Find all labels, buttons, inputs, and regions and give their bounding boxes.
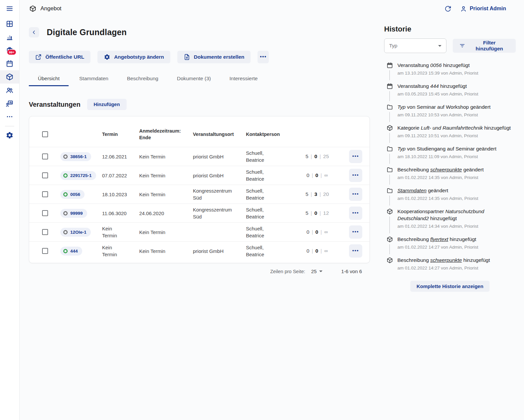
history-entry-meta: am 01.02.2022 14:27 von Admin, Priorist <box>397 245 516 250</box>
more-dots-icon: ••• <box>352 153 359 158</box>
event-id-badge[interactable]: 0056 <box>60 190 85 199</box>
cell-kontaktperson: Schuell, Beatrice <box>246 187 292 201</box>
more-actions-button[interactable]: ••• <box>258 51 269 63</box>
tab-stammdaten[interactable]: Stammdaten <box>71 72 116 86</box>
column-termin: Termin <box>102 131 139 138</box>
gear-icon <box>104 54 110 60</box>
cell-termin: Kein Termin <box>102 225 139 239</box>
sidebar-item-bookings[interactable]: 99+ <box>0 44 19 57</box>
timeline-connector <box>389 175 390 185</box>
rows-per-page-select[interactable]: 25 <box>311 269 323 274</box>
pagination-range: 1-6 von 6 <box>341 269 362 274</box>
add-filter-button[interactable]: Filter hinzufügen <box>453 39 516 53</box>
row-menu-button[interactable]: ••• <box>349 150 362 163</box>
select-all-checkbox[interactable] <box>42 131 48 137</box>
rows-per-page-label: Zeilen pro Seite: <box>270 269 305 274</box>
history-entry-meta: am 01.02.2022 14:35 von Admin, Priorist <box>397 175 516 180</box>
public-url-label: Öffentliche URL <box>45 54 84 60</box>
section-title: Veranstaltungen <box>29 101 81 108</box>
cell-veranstaltungsort-text: Kongresszentrum Süd <box>193 206 236 220</box>
cell-select <box>37 210 56 216</box>
history-entry-marker <box>384 103 397 124</box>
row-menu-button[interactable]: ••• <box>349 244 362 258</box>
row-menu-button[interactable]: ••• <box>349 169 362 182</box>
cell-id: 2291725-1 <box>56 171 102 180</box>
row-checkbox[interactable] <box>42 210 48 216</box>
change-offer-type-button[interactable]: Angebotstyp ändern <box>97 51 170 63</box>
sidebar-item-offers[interactable] <box>0 70 19 84</box>
history-entry-meta: am 13.10.2023 15:39 von Admin, Priorist <box>397 71 516 76</box>
column-veranstaltungsort: Veranstaltungsort <box>193 131 246 138</box>
public-url-button[interactable]: Öffentliche URL <box>29 51 90 63</box>
folder-icon <box>386 104 393 110</box>
event-id-badge[interactable]: 99999 <box>60 209 87 218</box>
table-body: 38656-112.06.2021Kein Terminpriorist Gmb… <box>29 147 370 260</box>
history-entry-title: Beschreibung flyertext hinzugefügt <box>397 236 516 243</box>
history-entry-meta: am 01.02.2022 14:35 von Admin, Priorist <box>397 196 516 201</box>
history-entry-title: Kategorie Luft- und Raumfahrttechnik hin… <box>397 124 516 131</box>
row-checkbox[interactable] <box>42 229 48 235</box>
sidebar-item-statistics[interactable] <box>0 30 19 44</box>
history-text-part: geändert <box>462 167 484 172</box>
history-link[interactable]: flyertext <box>430 236 448 242</box>
cell-select <box>37 153 56 159</box>
table-row: 38656-112.06.2021Kein Terminpriorist Gmb… <box>29 147 370 166</box>
cell-kontaktperson: Schuell, Beatrice <box>246 225 292 239</box>
row-checkbox[interactable] <box>42 191 48 197</box>
history-entry: Kategorie Luft- und Raumfahrttechnik hin… <box>384 124 516 145</box>
history-text-part: hinzugefügt <box>483 125 511 131</box>
row-checkbox[interactable] <box>42 172 48 178</box>
tab-dokumente-3[interactable]: Dokumente (3) <box>169 72 219 86</box>
row-menu-button[interactable]: ••• <box>349 188 362 201</box>
cell-select <box>37 191 56 197</box>
history-link[interactable]: schwerpunkte <box>430 257 462 263</box>
table-row: 444Kein TerminKein Terminpriorist GmbHSc… <box>29 241 370 260</box>
create-documents-button[interactable]: Dokumente erstellen <box>177 51 251 63</box>
tab-interessierte[interactable]: Interessierte <box>221 72 265 86</box>
row-menu-button[interactable]: ••• <box>349 225 362 239</box>
history-title: Historie <box>384 25 516 33</box>
cell-anmeldezeitraum-ende: Kein Termin <box>139 191 193 198</box>
history-text-part: hinzugefügt <box>442 62 470 68</box>
history-entry-body: Beschreibung schwerpunkte hinzugefügtam … <box>397 257 516 277</box>
chevron-left-icon <box>31 30 37 35</box>
row-checkbox[interactable] <box>42 248 48 254</box>
row-checkbox[interactable] <box>42 153 48 159</box>
event-id-badge[interactable]: 38656-1 <box>60 152 91 161</box>
tab-beschreibung[interactable]: Beschreibung <box>119 72 166 86</box>
column-anmeldezeitraum: Anmeldezeitraum: Ende <box>139 128 193 141</box>
refresh-button[interactable] <box>444 5 451 12</box>
tab-übersicht[interactable]: Übersicht <box>29 72 69 86</box>
menu-icon[interactable] <box>0 0 19 17</box>
history-type-select[interactable]: Typ <box>384 38 446 53</box>
cell-stats: 5|0|12 <box>292 210 342 216</box>
event-id-badge[interactable]: 2291725-1 <box>60 171 96 180</box>
history-link[interactable]: schwerpunkte <box>430 167 462 172</box>
cell-veranstaltungsort <box>193 229 246 235</box>
history-entry-meta: am 09.11.2022 10:51 von Admin, Priorist <box>397 133 516 138</box>
sidebar-divider <box>5 126 14 126</box>
cell-veranstaltungsort-text: Kongresszentrum Süd <box>193 187 236 201</box>
sidebar-item-trainers[interactable] <box>0 97 19 110</box>
sidebar-item-more[interactable] <box>0 110 19 123</box>
tab-bar: ÜbersichtStammdatenBeschreibungDokumente… <box>29 72 370 86</box>
sidebar-item-settings[interactable] <box>0 129 19 142</box>
row-menu-button[interactable]: ••• <box>349 207 362 220</box>
more-dots-icon <box>6 113 14 121</box>
event-id-badge[interactable]: 12Ole-1 <box>60 228 91 237</box>
sidebar-item-calendar[interactable] <box>0 57 19 70</box>
sidebar-item-participants[interactable] <box>0 84 19 97</box>
cell-id: 12Ole-1 <box>56 228 102 237</box>
sidebar-item-dashboard[interactable] <box>0 17 19 30</box>
cell-anmeldezeitraum-ende: Kein Termin <box>139 229 193 236</box>
event-id-badge[interactable]: 444 <box>60 247 82 256</box>
back-button[interactable] <box>29 27 39 37</box>
table-row: 2291725-107.07.2022Kein Terminpriorist G… <box>29 166 370 185</box>
column-kontaktperson: Kontaktperson <box>246 131 292 138</box>
event-id-label: 2291725-1 <box>70 173 92 178</box>
add-event-button[interactable]: Hinzufügen <box>87 99 127 110</box>
user-menu-button[interactable]: Priorist Admin <box>460 5 506 12</box>
show-full-history-button[interactable]: Komplette Historie anzeigen <box>410 281 490 292</box>
timeline-connector <box>389 133 390 143</box>
history-link[interactable]: Stammdaten <box>397 188 427 193</box>
